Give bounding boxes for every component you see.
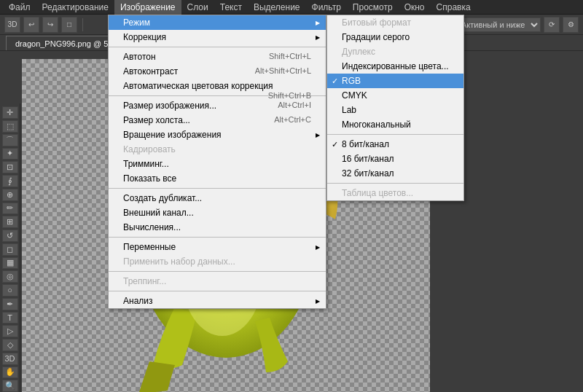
image-menu: Режим Коррекция Автотон Shift+Ctrl+L Авт… (108, 15, 326, 309)
mode-item-8bit[interactable]: 8 бит/канал (327, 137, 463, 152)
menu-sep-6 (109, 291, 326, 291)
toolbox: ✛ ⬚ ⌒ ✦ ⊡ ∮ ⊕ ✏ ⊞ ↺ ◻ ▦ ◎ ○ ✒ T ▷ ◇ 3D ✋… (0, 103, 20, 392)
menubar: Файл Редактирование Изображение Слои Тек… (0, 0, 583, 15)
tool-zoom[interactable]: 🔍 (2, 380, 18, 392)
tool-gradient[interactable]: ▦ (2, 257, 18, 270)
mode-sep-2 (327, 183, 463, 184)
menu-item-image-size[interactable]: Размер изображения... Alt+Ctrl+I (109, 98, 326, 113)
tool-lasso[interactable]: ⌒ (2, 134, 18, 146)
toolbar-btn-1[interactable]: ↩ (23, 17, 39, 33)
menu-item-apply-dataset[interactable]: Применить набор данных... (109, 254, 326, 269)
mode-item-32bit[interactable]: 32 бит/канал (327, 166, 463, 181)
menubar-window[interactable]: Окно (399, 0, 431, 15)
menu-item-duplicate[interactable]: Создать дубликат... (109, 191, 326, 205)
menu-item-analysis[interactable]: Анализ (109, 294, 326, 308)
tool-move[interactable]: ✛ (2, 106, 18, 119)
toolbar-refresh-btn[interactable]: ⟳ (544, 17, 560, 33)
menu-sep-1 (109, 47, 326, 47)
mode-item-color-table[interactable]: Таблица цветов... (327, 186, 463, 200)
menubar-help[interactable]: Справка (431, 0, 477, 15)
tool-crop[interactable]: ⊡ (2, 161, 18, 173)
menu-item-mode[interactable]: Режим (109, 15, 326, 30)
menubar-edit[interactable]: Редактирование (36, 0, 114, 15)
tool-path[interactable]: ▷ (2, 325, 18, 337)
toolbar-sep-1 (82, 18, 83, 31)
menu-item-trap[interactable]: Треппинг... (109, 274, 326, 289)
menu-item-crop[interactable]: Кадрировать (109, 142, 326, 157)
tool-history[interactable]: ↺ (2, 230, 18, 242)
menubar-file[interactable]: Файл (3, 0, 36, 15)
mode-item-lab[interactable]: Lab (327, 103, 463, 117)
mode-item-multichannel[interactable]: Многоканальный (327, 117, 463, 132)
tool-heal[interactable]: ⊕ (2, 189, 18, 201)
mode-item-duotone[interactable]: Дуплекс (327, 44, 463, 59)
tool-stamp[interactable]: ⊞ (2, 216, 18, 228)
mode-item-bitmap[interactable]: Битовый формат (327, 15, 463, 30)
menu-item-auto-color[interactable]: Автоматическая цветовая коррекция Shift+… (109, 79, 326, 93)
toolbar-settings-btn[interactable]: ⚙ (563, 17, 579, 33)
menubar-filter[interactable]: Фильтр (306, 0, 347, 15)
menubar-select[interactable]: Выделение (248, 0, 306, 15)
tool-dodge[interactable]: ○ (2, 284, 18, 297)
menubar-layers[interactable]: Слои (181, 0, 214, 15)
menu-item-variables[interactable]: Переменные (109, 240, 326, 254)
menu-item-apply-image[interactable]: Внешний канал... (109, 205, 326, 220)
menubar-image[interactable]: Изображение (114, 0, 181, 15)
tool-eyedropper[interactable]: ∮ (2, 175, 18, 187)
mode-submenu: Битовый формат Градации серого Дуплекс И… (326, 15, 464, 201)
tool-magic-wand[interactable]: ✦ (2, 148, 18, 160)
mode-item-16bit[interactable]: 16 бит/канал (327, 152, 463, 166)
toolbar-dropdown[interactable]: Активный и ниже (455, 17, 541, 32)
menu-item-rotate[interactable]: Вращение изображения (109, 128, 326, 142)
tool-eraser[interactable]: ◻ (2, 243, 18, 256)
mode-sep-1 (327, 134, 463, 135)
menu-item-autotone[interactable]: Автотон Shift+Ctrl+L (109, 50, 326, 64)
menu-sep-4 (109, 237, 326, 238)
toolbar-btn-2[interactable]: ↪ (42, 17, 58, 33)
menubar-text[interactable]: Текст (214, 0, 248, 15)
menu-item-trim[interactable]: Тримминг... (109, 157, 326, 171)
tool-select-rect[interactable]: ⬚ (2, 120, 18, 133)
menu-item-autocontrast[interactable]: Автоконтраст Alt+Shift+Ctrl+L (109, 64, 326, 79)
tool-blur[interactable]: ◎ (2, 270, 18, 283)
mode-item-indexed[interactable]: Индексированные цвета... (327, 59, 463, 74)
tool-brush[interactable]: ✏ (2, 203, 18, 215)
tool-type[interactable]: T (2, 312, 18, 324)
toolbar-mode-btn[interactable]: 3D (4, 17, 20, 33)
menu-sep-5 (109, 271, 326, 272)
menu-item-reveal-all[interactable]: Показать все (109, 171, 326, 186)
mode-item-rgb[interactable]: RGB (327, 74, 463, 88)
toolbar-btn-3[interactable]: □ (61, 17, 77, 33)
menu-sep-3 (109, 188, 326, 189)
menu-item-canvas-size[interactable]: Размер холста... Alt+Ctrl+C (109, 113, 326, 128)
mode-item-cmyk[interactable]: CMYK (327, 88, 463, 103)
tool-hand[interactable]: ✋ (2, 366, 18, 379)
menubar-view[interactable]: Просмотр (347, 0, 399, 15)
menu-item-calculations[interactable]: Вычисления... (109, 220, 326, 235)
menu-item-correction[interactable]: Коррекция (109, 30, 326, 44)
tool-shape[interactable]: ◇ (2, 339, 18, 351)
mode-item-grayscale[interactable]: Градации серого (327, 30, 463, 44)
tool-pen[interactable]: ✒ (2, 298, 18, 310)
tool-3d[interactable]: 3D (2, 353, 18, 365)
